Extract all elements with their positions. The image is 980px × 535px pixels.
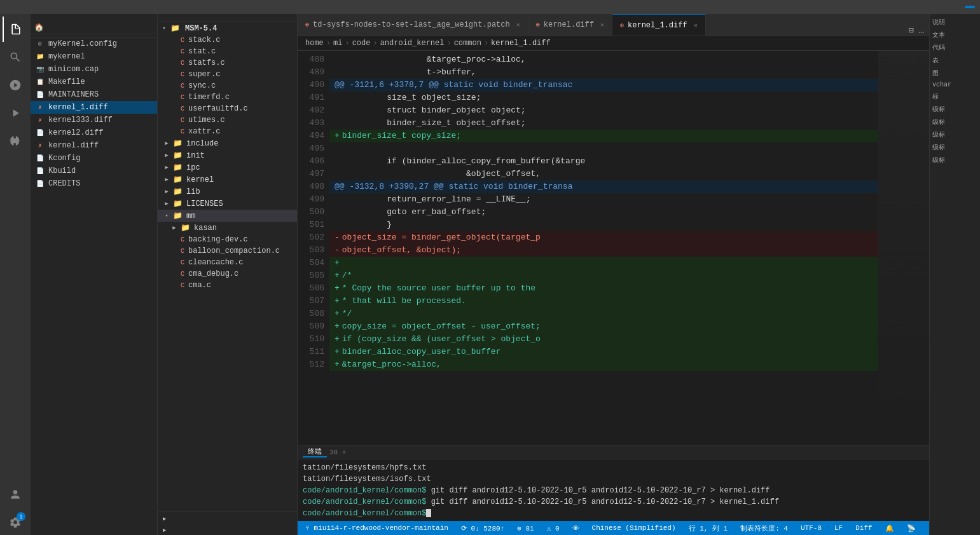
tree-item[interactable]: Cstatfs.c bbox=[158, 57, 297, 69]
tab-close-button[interactable]: ✕ bbox=[600, 21, 604, 29]
breadcrumb-item[interactable]: common bbox=[454, 39, 481, 48]
right-panel-item[interactable]: 级标 bbox=[932, 116, 977, 128]
file-item[interactable]: 📄Kconfig bbox=[31, 152, 157, 165]
more-actions-icon[interactable]: … bbox=[919, 25, 924, 36]
file-item[interactable]: 📋Makefile bbox=[31, 76, 157, 88]
eol-status[interactable]: LF bbox=[832, 524, 845, 532]
tree-item[interactable]: Ccma_debug.c bbox=[158, 268, 297, 280]
tree-item[interactable]: Cutimes.c bbox=[158, 114, 297, 126]
tree-item[interactable]: ▶📁kasan bbox=[158, 222, 297, 234]
tree-item[interactable]: Cxattr.c bbox=[158, 126, 297, 137]
files-icon[interactable] bbox=[3, 17, 28, 42]
file-item[interactable]: ✗kernel.diff bbox=[31, 139, 157, 152]
right-panel-item[interactable]: 表 bbox=[932, 55, 977, 66]
right-panel-item[interactable]: vchar bbox=[932, 80, 977, 90]
file-item[interactable]: 📁mykernel bbox=[31, 50, 157, 63]
search-icon[interactable] bbox=[3, 44, 28, 70]
tree-item[interactable]: Cstat.c bbox=[158, 46, 297, 57]
file-list: ⚙myKernel.config📁mykernel📷minicom.cap📋Ma… bbox=[31, 37, 157, 535]
terminal-content[interactable]: tation/filesystems/hpfs.txttation/filesy… bbox=[298, 459, 929, 521]
right-panel-item[interactable]: 级标 bbox=[932, 142, 977, 153]
tab-tab-kernel1-diff[interactable]: ⊕kernel_1.diff✕ bbox=[612, 14, 706, 36]
outline-section[interactable]: ▶ bbox=[158, 511, 297, 524]
right-panel-item[interactable]: 标 bbox=[932, 91, 977, 102]
branch-status[interactable]: ⑂ miui14-r-redwood-vendor-maintain bbox=[303, 524, 451, 532]
file-item[interactable]: ✗kernel333.diff bbox=[31, 114, 157, 126]
file-item[interactable]: 📄Kbuild bbox=[31, 165, 157, 177]
language-status[interactable]: Chinese (Simplified) bbox=[590, 524, 679, 532]
source-control-icon[interactable] bbox=[3, 72, 28, 98]
tree-item[interactable]: ▶📁init bbox=[158, 149, 297, 161]
tree-item[interactable]: Csuper.c bbox=[158, 69, 297, 80]
breadcrumb-item[interactable]: kernel_1.diff bbox=[491, 39, 551, 48]
code-content[interactable]: &target_proc->alloc, t->buffer,@@ -3121,… bbox=[329, 51, 878, 445]
broadcast-status[interactable]: 📡 bbox=[904, 524, 918, 532]
tree-item[interactable]: Ctimerfd.c bbox=[158, 91, 297, 103]
file-item[interactable]: 📄CREDITS bbox=[31, 177, 157, 190]
tree-item[interactable]: ▶📁ipc bbox=[158, 161, 297, 173]
extensions-icon[interactable] bbox=[3, 128, 28, 154]
tab-tab-patch[interactable]: ⊕td-sysfs-nodes-to-set-last_age_weight.p… bbox=[298, 14, 528, 36]
encoding-status[interactable]: UTF-8 bbox=[798, 524, 824, 532]
code-line: binder_size_t object_offset; bbox=[329, 117, 878, 130]
account-icon[interactable] bbox=[3, 482, 28, 507]
breadcrumb-item[interactable]: code bbox=[352, 39, 371, 48]
settings-icon[interactable]: 1 bbox=[3, 510, 28, 535]
tree-item[interactable]: Cuserfaultfd.c bbox=[158, 103, 297, 114]
tree-item[interactable]: Csync.c bbox=[158, 80, 297, 91]
terminal-path: tation/filesystems/isofs.txt bbox=[303, 475, 431, 484]
warnings-status[interactable]: ⚠ 0 bbox=[544, 524, 562, 532]
code-editor[interactable]: 4884894904914924934944954964974984995005… bbox=[298, 51, 878, 445]
breadcrumb-item[interactable]: mi bbox=[333, 39, 342, 48]
file-type-status[interactable]: Diff bbox=[853, 524, 874, 532]
tab-size-status[interactable]: 制表符长度: 4 bbox=[738, 524, 790, 533]
terminal-tab[interactable]: 终端 bbox=[303, 447, 327, 457]
breadcrumb-item[interactable]: home bbox=[305, 39, 324, 48]
breadcrumb-item[interactable]: android_kernel bbox=[380, 39, 445, 48]
tree-item[interactable]: ▶📁kernel bbox=[158, 173, 297, 186]
terminal-prompt: code/android_kernel/common$ bbox=[303, 486, 426, 495]
right-panel-item[interactable]: 级标 bbox=[932, 104, 977, 115]
tree-item[interactable]: Cballoon_compaction.c bbox=[158, 245, 297, 257]
right-panel-item[interactable]: 级标 bbox=[932, 154, 977, 166]
right-panel-item[interactable]: 文本 bbox=[932, 29, 977, 41]
file-item[interactable]: ⚙myKernel.config bbox=[31, 37, 157, 50]
right-panel-item[interactable]: 级标 bbox=[932, 129, 977, 140]
right-panel-item[interactable]: 说明 bbox=[932, 17, 977, 28]
errors-status[interactable]: ⊗ 81 bbox=[514, 524, 536, 532]
file-item[interactable]: 📷minicom.cap bbox=[31, 63, 157, 76]
right-panel-item[interactable]: 图 bbox=[932, 67, 977, 79]
notifications-status[interactable]: 🔔 bbox=[883, 524, 897, 532]
tree-item[interactable]: Ccleancache.c bbox=[158, 257, 297, 268]
removed-text: object_size = binder_get_object(target_p bbox=[342, 231, 541, 244]
file-manager-nav[interactable]: 🏠 bbox=[31, 22, 157, 34]
timeline-section[interactable]: ▶ bbox=[158, 524, 297, 535]
tree-item[interactable]: Cbacking-dev.c bbox=[158, 234, 297, 245]
tab-tab-kernel-diff[interactable]: ⊕kernel.diff✕ bbox=[528, 14, 612, 36]
tab-close-button[interactable]: ✕ bbox=[694, 22, 698, 29]
sync-status[interactable]: ⟳ 0↓ 5280↑ bbox=[459, 524, 507, 532]
eye-status[interactable]: 👁 bbox=[570, 524, 582, 532]
line-number: 500 bbox=[303, 206, 324, 219]
home-icon: 🏠 bbox=[34, 23, 44, 32]
file-item[interactable]: 📄kernel2.diff bbox=[31, 126, 157, 139]
tree-item[interactable]: ▶📁LICENSES bbox=[158, 198, 297, 210]
run-icon[interactable] bbox=[3, 100, 28, 126]
normal-text: binder_size_t object_offset; bbox=[347, 117, 526, 130]
tab-close-button[interactable]: ✕ bbox=[516, 21, 520, 29]
tree-item-name: cma_debug.c bbox=[188, 269, 238, 278]
tree-root[interactable]: ▾📁MSM-5.4 bbox=[158, 22, 297, 34]
tree-item[interactable]: ▾📁mm bbox=[158, 210, 297, 222]
tree-item[interactable]: ▶📁lib bbox=[158, 186, 297, 198]
right-panel-item[interactable]: 代码 bbox=[932, 42, 977, 53]
tree-item[interactable]: Ccma.c bbox=[158, 280, 297, 291]
tree-item[interactable]: ▶📁include bbox=[158, 137, 297, 149]
file-item[interactable]: 📄MAINTAINERS bbox=[31, 88, 157, 101]
tree-item[interactable]: Cstack.c bbox=[158, 34, 297, 46]
position-status[interactable]: 行 1, 列 1 bbox=[686, 524, 731, 533]
line-number: 496 bbox=[303, 155, 324, 168]
split-editor-icon[interactable]: ⊟ bbox=[908, 25, 913, 36]
file-item[interactable]: ✗kernel_1.diff bbox=[31, 101, 157, 114]
save-draft-button[interactable] bbox=[965, 6, 975, 8]
main-layout: 1 🏠 ⚙myKernel.config📁mykernel📷minicom.ca… bbox=[0, 14, 980, 535]
